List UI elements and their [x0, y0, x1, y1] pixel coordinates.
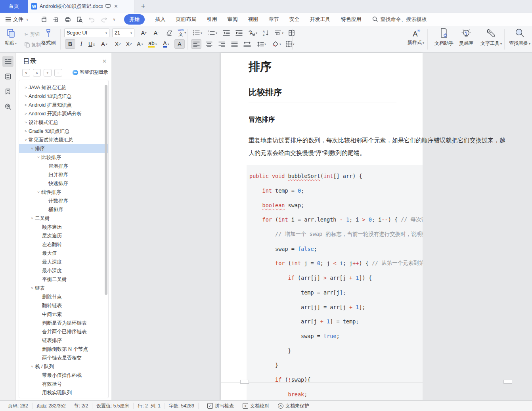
find-replace-button[interactable]: 查找替换▾: [509, 28, 530, 47]
status-segment[interactable]: 节: 2/2: [70, 403, 92, 409]
toc-collapse-all-button[interactable]: −: [54, 69, 62, 76]
redo-icon[interactable]: [101, 17, 107, 22]
font-size-select[interactable]: 21▾: [112, 29, 134, 37]
tab-document[interactable]: W Android核心知识点笔记.docx ✕: [28, 0, 134, 13]
menu-tab-视图[interactable]: 视图: [248, 16, 258, 23]
find-panel-icon[interactable]: [2, 101, 13, 112]
cut-button[interactable]: ✂剪切: [25, 31, 40, 38]
menu-tab-审阅[interactable]: 审阅: [227, 16, 237, 23]
chevron-closed-icon[interactable]: >: [23, 103, 29, 107]
status-segment[interactable]: 设置值: 5.5厘米: [92, 403, 134, 409]
align-center-button[interactable]: [204, 39, 214, 49]
spell-check-toggle[interactable]: ✓ 拼写检查: [207, 403, 234, 409]
chevron-open-icon[interactable]: >: [36, 155, 40, 160]
underline-button[interactable]: U▾: [86, 39, 97, 49]
tab-home[interactable]: 首页: [0, 0, 28, 13]
toc-close-icon[interactable]: ✕: [102, 58, 107, 64]
document-page[interactable]: 排序 比较排序 冒泡排序 重复地走访过要排序的数列，每次比较相邻两个元素，如果它…: [221, 53, 423, 400]
menu-tab-开发工具[interactable]: 开发工具: [310, 16, 330, 23]
toc-item[interactable]: 顺序遍历: [19, 223, 108, 231]
toc-item[interactable]: >链表: [19, 284, 108, 292]
toc-item[interactable]: 计数排序: [19, 197, 108, 205]
chevron-closed-icon[interactable]: >: [23, 120, 29, 124]
smart-toc-button[interactable]: 智能识别目录: [73, 69, 108, 76]
notes-panel-icon[interactable]: [2, 71, 13, 82]
toc-collapse-up-button[interactable]: ∧: [33, 69, 41, 76]
menu-tab-页面布局[interactable]: 页面布局: [176, 16, 196, 23]
command-search[interactable]: 查找命令、搜索模板: [372, 16, 427, 23]
menu-tab-章节[interactable]: 章节: [268, 16, 279, 23]
chevron-open-icon[interactable]: >: [30, 285, 34, 291]
toc-item[interactable]: 带最小值操作的栈: [19, 371, 108, 380]
toc-item[interactable]: 有效括号: [19, 380, 108, 388]
distribute-button[interactable]: [242, 39, 252, 49]
chevron-open-icon[interactable]: >: [36, 189, 40, 195]
toc-item[interactable]: 中间元素: [19, 310, 108, 319]
close-tab-icon[interactable]: ✕: [114, 4, 118, 9]
toc-item[interactable]: 归并排序: [19, 170, 108, 179]
chevron-open-icon[interactable]: >: [24, 137, 28, 143]
decrease-font-button[interactable]: A−: [151, 28, 162, 38]
toc-item[interactable]: >比较排序: [19, 153, 108, 162]
save-icon[interactable]: [41, 17, 47, 23]
toc-item[interactable]: >Android 知识点汇总: [19, 92, 108, 101]
insert-table-icon[interactable]: [286, 28, 297, 38]
bullet-list-button[interactable]: ▾: [191, 28, 204, 38]
print-icon[interactable]: [65, 17, 71, 23]
increase-indent-button[interactable]: [234, 28, 244, 38]
toc-panel-icon[interactable]: [2, 56, 13, 67]
shading-button[interactable]: ▾: [270, 39, 283, 49]
status-segment[interactable]: 行: 2 列: 1: [134, 403, 165, 409]
new-style-button[interactable]: A✳ 新样式▾: [408, 29, 424, 46]
italic-button[interactable]: I: [76, 39, 86, 49]
font-name-select[interactable]: Segoe UI▾: [64, 29, 109, 37]
new-tab-button[interactable]: +: [134, 0, 152, 13]
paste-button[interactable]: 粘贴▾: [5, 28, 17, 46]
pinyin-guide-button[interactable]: wén文▾: [176, 28, 188, 37]
text-tools-button[interactable]: 文字工具▾: [480, 28, 502, 47]
superscript-button[interactable]: X2: [113, 39, 123, 49]
toc-item[interactable]: 翻转链表: [19, 301, 108, 310]
toc-item[interactable]: >Android 扩展知识点: [19, 101, 108, 109]
toc-item[interactable]: >常见面试算法题汇总: [19, 136, 108, 144]
toc-item[interactable]: 左右翻转: [19, 240, 108, 249]
menu-tab-安全[interactable]: 安全: [289, 16, 299, 23]
clear-format-button[interactable]: [164, 28, 174, 38]
decrease-indent-button[interactable]: [221, 28, 232, 38]
borders-button[interactable]: ▾: [284, 39, 297, 49]
print-preview-icon[interactable]: [77, 17, 83, 23]
chevron-closed-icon[interactable]: >: [23, 112, 29, 116]
toc-item[interactable]: >栈 / 队列: [19, 362, 108, 371]
format-painter-button[interactable]: 格式刷: [41, 28, 55, 46]
status-segment[interactable]: 页面: 282/352: [33, 403, 70, 409]
align-left-button[interactable]: [191, 39, 201, 49]
toc-item[interactable]: 最大深度: [19, 258, 108, 266]
toc-item[interactable]: 冒泡排序: [19, 162, 108, 170]
chevron-closed-icon[interactable]: >: [23, 129, 29, 133]
chevron-open-icon[interactable]: >: [30, 364, 34, 369]
bookmark-panel-icon[interactable]: [2, 86, 13, 97]
toc-item[interactable]: 合并两个已排序链表: [19, 327, 108, 336]
file-menu[interactable]: 文件 ∨: [0, 16, 33, 23]
toc-item[interactable]: 两个链表是否相交: [19, 354, 108, 362]
chevron-closed-icon[interactable]: >: [23, 86, 29, 90]
toc-item[interactable]: 平衡二叉树: [19, 275, 108, 284]
menu-tab-特色应用[interactable]: 特色应用: [341, 16, 361, 23]
align-right-button[interactable]: [216, 39, 227, 49]
status-segment[interactable]: 页码: 282: [4, 403, 33, 409]
share-screen-icon[interactable]: [105, 4, 111, 9]
toc-item[interactable]: 快速排序: [19, 179, 108, 188]
inspiration-box-button[interactable]: 灵感匣: [459, 28, 473, 47]
justify-button[interactable]: [229, 39, 239, 49]
highlight-color-button[interactable]: ab▾: [147, 39, 158, 49]
copy-button[interactable]: 复制: [25, 42, 41, 48]
toc-item[interactable]: >Android 开源库源码分析: [19, 109, 108, 118]
status-segment[interactable]: 字数: 54289: [165, 403, 199, 409]
menu-tab-开始[interactable]: 开始: [124, 14, 145, 25]
toc-item[interactable]: 层次遍历: [19, 231, 108, 240]
toc-item[interactable]: >Gradle 知识点汇总: [19, 127, 108, 136]
toc-item[interactable]: 桶排序: [19, 205, 108, 214]
increase-font-button[interactable]: A+: [139, 28, 149, 38]
toc-item[interactable]: 判断是否为循环链表: [19, 319, 108, 327]
subscript-button[interactable]: X2: [124, 39, 134, 49]
